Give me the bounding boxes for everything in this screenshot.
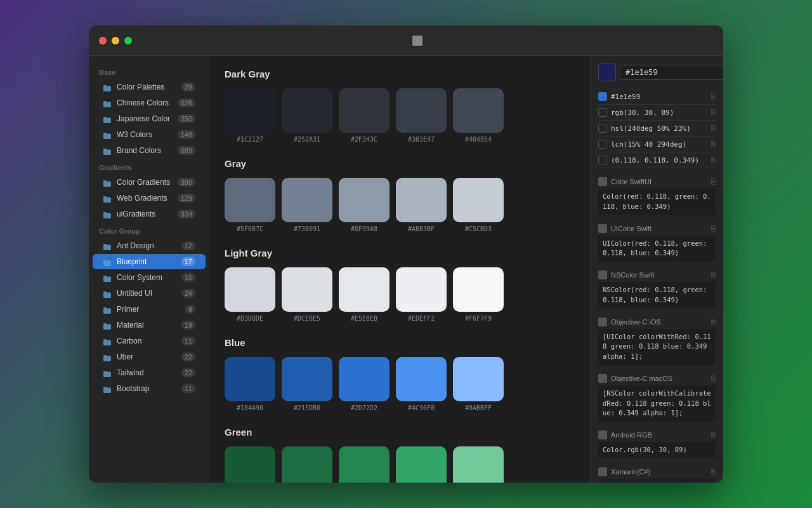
sidebar-item-uigradients[interactable]: uiGradients334: [93, 206, 206, 222]
color-swatch[interactable]: [225, 267, 275, 312]
folder-icon: [103, 131, 112, 138]
color-swatch[interactable]: [396, 446, 447, 483]
color-swatch[interactable]: [339, 88, 390, 133]
swatch-hex-label: #184A90: [237, 404, 263, 411]
color-swatch[interactable]: [453, 88, 504, 133]
color-section-light-gray: Light Gray#D3D8DE#DCE0E5#E5E8EB#EDEFF2#F…: [225, 248, 575, 322]
sidebar-item-color-system[interactable]: Color System16: [93, 270, 206, 285]
color-swatch[interactable]: [282, 357, 332, 401]
code-section: Objective-C iOS⎘[UIColor colorWithRed: 0…: [598, 314, 716, 365]
sidebar-item-japanese-color[interactable]: Japanese Color250: [93, 111, 206, 126]
sidebar-item-blueprint[interactable]: Blueprint17: [93, 254, 206, 269]
swatch-wrap: #2D72D2: [339, 357, 390, 411]
copy-icon-hsl[interactable]: ⎘: [711, 124, 716, 133]
sidebar-item-ant-design[interactable]: Ant Design12: [93, 238, 206, 253]
code-section: Xamarin(C#)⎘new UIColor(0.3f, green: 0.0…: [598, 464, 716, 483]
swatch-hex-label: #C5CBD3: [465, 225, 492, 232]
sidebar-item-carbon[interactable]: Carbon11: [93, 333, 206, 349]
color-swatch[interactable]: [396, 178, 447, 222]
code-section: Android RGB⎘Color.rgb(30, 30, 89): [598, 427, 716, 458]
sidebar-item-tailwind[interactable]: Tailwind22: [93, 365, 206, 380]
sidebar-item-material[interactable]: Material19: [93, 318, 206, 333]
folder-icon: [103, 274, 112, 281]
swatch-hex-label: #4C90F0: [408, 404, 435, 411]
copy-icon-hex[interactable]: ⎘: [711, 92, 716, 101]
sidebar-item-untitled-ui[interactable]: Untitled UI24: [93, 286, 206, 301]
copy-icon-lch[interactable]: ⎘: [711, 140, 716, 149]
format-checkbox-hex[interactable]: [598, 92, 607, 101]
color-swatch[interactable]: [225, 357, 275, 401]
format-value-hsl: hsl(240deg 50% 23%): [611, 124, 707, 133]
sidebar-item-count: 380: [178, 178, 195, 187]
color-swatch[interactable]: [282, 88, 332, 133]
format-checkbox-lch[interactable]: [598, 140, 607, 149]
color-swatch[interactable]: [453, 178, 504, 222]
sidebar-item-label: Carbon: [117, 337, 181, 345]
sidebar-item-label: Brand Colors: [117, 146, 178, 155]
copy-code-icon[interactable]: ⎘: [711, 271, 716, 279]
color-swatch[interactable]: [339, 357, 390, 401]
color-preview-box: [598, 64, 616, 81]
sidebar-item-count: 19: [181, 321, 195, 330]
hex-input[interactable]: [620, 65, 723, 80]
format-row-tuple: (0.118, 0.118, 0.349)⎘: [598, 152, 716, 168]
color-swatch[interactable]: [225, 446, 275, 483]
format-checkbox-tuple[interactable]: [598, 156, 607, 164]
sidebar-item-primer[interactable]: Primer9: [93, 302, 206, 317]
sidebar-item-chinese-colors[interactable]: Chinese Colors526: [93, 95, 206, 110]
color-swatch[interactable]: [282, 267, 332, 312]
minimize-button[interactable]: [112, 37, 119, 44]
swatch-hex-label: #F6F7F9: [465, 315, 492, 322]
sidebar-item-bootstrap[interactable]: Bootstrap11: [93, 381, 206, 396]
format-checkbox-hsl[interactable]: [598, 124, 607, 133]
maximize-button[interactable]: [124, 37, 132, 44]
sidebar-item-label: Color Palettes: [117, 83, 181, 91]
swatch-wrap: #8F99A8: [339, 178, 390, 232]
swatch-wrap: #F6F7F9: [453, 267, 504, 322]
titlebar: [89, 25, 723, 56]
color-swatch[interactable]: [453, 446, 504, 483]
sidebar-item-label: Color Gradients: [117, 178, 178, 187]
sidebar-item-web-gradients[interactable]: Web Gradients129: [93, 190, 206, 206]
swatch-wrap: #165A36: [225, 446, 275, 483]
copy-code-icon[interactable]: ⎘: [711, 431, 716, 439]
sidebar-item-label: uiGradients: [117, 210, 178, 218]
code-section: NSColor Swift⎘NSColor(red: 0.118, green:…: [598, 267, 716, 309]
color-swatch[interactable]: [225, 88, 275, 133]
close-button[interactable]: [99, 37, 107, 44]
sidebar-item-w3-colors[interactable]: W3 Colors148: [93, 127, 206, 142]
sidebar-item-uber[interactable]: Uber22: [93, 349, 206, 364]
color-swatch[interactable]: [282, 178, 332, 222]
swatch-wrap: #404854: [453, 88, 504, 143]
swatch-wrap: #215DB0: [282, 357, 332, 411]
copy-icon-rgb[interactable]: ⎘: [711, 108, 716, 117]
code-section-header: Color SwiftUI⎘: [598, 173, 716, 189]
color-swatch[interactable]: [282, 446, 332, 483]
copy-icon-tuple[interactable]: ⎘: [711, 156, 716, 164]
sidebar-item-color-gradients[interactable]: Color Gradients380: [93, 175, 206, 190]
code-section-header: NSColor Swift⎘: [598, 267, 716, 282]
sidebar-item-count: 22: [181, 352, 195, 361]
color-swatch[interactable]: [339, 446, 390, 483]
sidebar-item-color-palettes[interactable]: Color Palettes29: [93, 79, 206, 95]
copy-code-icon[interactable]: ⎘: [711, 177, 716, 186]
folder-icon: [103, 83, 112, 91]
color-swatch[interactable]: [396, 267, 447, 312]
copy-code-icon[interactable]: ⎘: [711, 467, 716, 476]
color-swatch[interactable]: [396, 357, 447, 401]
copy-code-icon[interactable]: ⎘: [711, 224, 716, 233]
format-checkbox-rgb[interactable]: [598, 108, 607, 117]
color-section-green: Green#165A36#1C6E42#238551#32A467#72CA9B: [225, 427, 575, 483]
color-swatch[interactable]: [453, 357, 504, 401]
color-swatch[interactable]: [339, 178, 390, 222]
swatch-wrap: #383E47: [396, 88, 447, 143]
color-swatch[interactable]: [396, 88, 447, 133]
copy-code-icon[interactable]: ⎘: [711, 318, 716, 326]
copy-code-icon[interactable]: ⎘: [711, 374, 716, 383]
sidebar-item-brand-colors[interactable]: Brand Colors689: [93, 143, 206, 158]
sidebar-item-count: 11: [181, 384, 195, 393]
format-row-lch: lch(15% 40 294deg)⎘: [598, 137, 716, 152]
color-swatch[interactable]: [453, 267, 504, 312]
color-swatch[interactable]: [225, 178, 275, 222]
color-swatch[interactable]: [339, 267, 390, 312]
